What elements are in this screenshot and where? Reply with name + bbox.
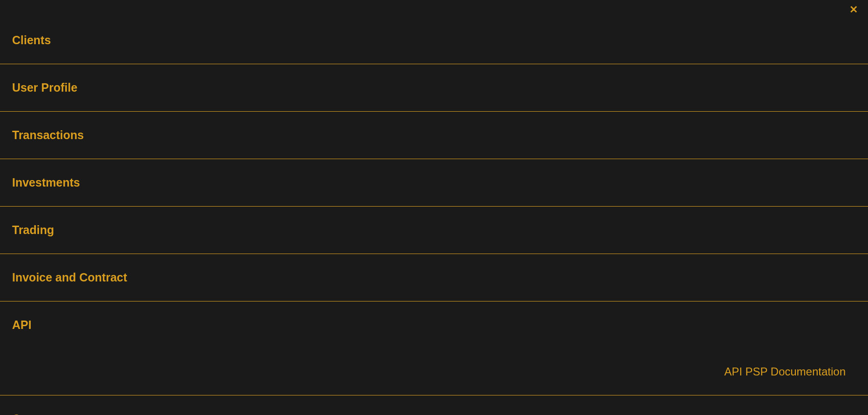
menu-item-clients[interactable]: Clients [0,24,868,64]
menu-item-transactions[interactable]: Transactions [0,112,868,159]
menu-item-label: Trading [12,223,54,236]
navigation-menu: Clients User Profile Transactions Invest… [0,0,868,415]
menu-item-label: API [12,318,32,331]
close-icon[interactable]: ✕ [849,5,858,15]
menu-item-label: Transactions [12,128,84,141]
menu-item-investments[interactable]: Investments [0,159,868,207]
sub-item-label: API PSP Documentation [724,365,846,378]
sub-item-api-psp-documentation[interactable]: API PSP Documentation [0,348,868,395]
menu-item-trading[interactable]: Trading [0,207,868,254]
menu-item-invoice-contract[interactable]: Invoice and Contract [0,254,868,301]
menu-item-convert[interactable]: Convert [0,395,868,415]
menu-item-label: Invoice and Contract [12,271,127,284]
menu-item-label: Clients [12,33,51,47]
menu-item-user-profile[interactable]: User Profile [0,64,868,112]
menu-item-label: Convert [12,412,56,415]
menu-item-label: User Profile [12,81,77,94]
menu-item-label: Investments [12,176,80,189]
menu-item-api[interactable]: API [0,301,868,348]
